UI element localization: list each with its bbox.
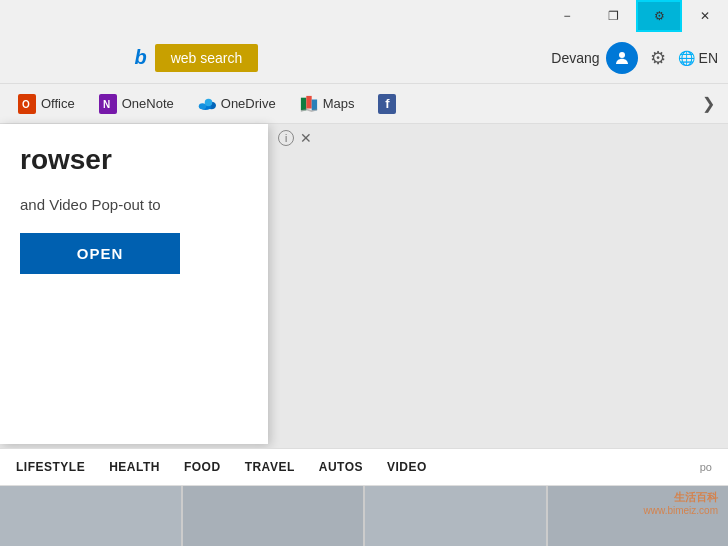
ad-close-button[interactable]: ✕ (300, 130, 312, 146)
bing-logo: b (127, 44, 155, 72)
language-label: EN (699, 50, 718, 66)
ad-bar: i ✕ (268, 124, 728, 152)
facebook-icon: f (378, 95, 396, 113)
news-item-lifestyle[interactable]: LIFESTYLE (16, 460, 85, 474)
ad-info-icon[interactable]: i (278, 130, 294, 146)
news-item-food[interactable]: FOOD (184, 460, 221, 474)
popup-panel: rowser and Video Pop-out to OPEN (0, 124, 268, 444)
svg-rect-10 (306, 95, 311, 108)
maps-icon (300, 95, 318, 113)
watermark-url: www.bimeiz.com (644, 505, 718, 516)
image-2 (183, 486, 364, 546)
main-content: i ✕ rowser and Video Pop-out to OPEN LIF… (0, 124, 728, 546)
favorites-item-maps[interactable]: Maps (290, 91, 365, 117)
svg-text:N: N (103, 99, 110, 110)
title-bar: − ❐ ⚙ ✕ (0, 0, 728, 32)
favorites-item-onedrive[interactable]: OneDrive (188, 91, 286, 117)
search-bar: b web search (127, 44, 427, 72)
news-bar: LIFESTYLE HEALTH FOOD TRAVEL AUTOS VIDEO… (0, 448, 728, 486)
news-item-travel[interactable]: TRAVEL (245, 460, 295, 474)
settings-highlight-button[interactable]: ⚙ (636, 0, 682, 32)
onedrive-label: OneDrive (221, 96, 276, 111)
news-item-video[interactable]: VIDEO (387, 460, 427, 474)
news-item-health[interactable]: HEALTH (109, 460, 160, 474)
watermark-top: 生活百科 (674, 490, 718, 505)
language-selector[interactable]: 🌐 EN (678, 50, 718, 66)
bing-logo-text: b (135, 46, 147, 69)
right-controls: Devang ⚙ 🌐 EN (551, 42, 718, 74)
svg-rect-9 (301, 97, 306, 110)
office-icon: O (18, 95, 36, 113)
close-button[interactable]: ✕ (682, 0, 728, 32)
news-item-autos[interactable]: AUTOS (319, 460, 363, 474)
onedrive-icon (198, 95, 216, 113)
user-info: Devang (551, 42, 637, 74)
svg-rect-11 (311, 99, 316, 110)
svg-point-8 (205, 98, 213, 106)
bottom-images (0, 486, 728, 546)
powered-by: po (700, 461, 712, 473)
favorites-item-office[interactable]: O Office (8, 91, 85, 117)
user-avatar[interactable] (606, 42, 638, 74)
web-search-button[interactable]: web search (155, 44, 259, 72)
popup-open-button[interactable]: OPEN (20, 233, 180, 274)
top-bar: b web search Devang ⚙ 🌐 EN (0, 32, 728, 84)
minimize-button[interactable]: − (544, 0, 590, 32)
onenote-icon: N (99, 95, 117, 113)
maximize-button[interactable]: ❐ (590, 0, 636, 32)
popup-subtitle: and Video Pop-out to (20, 196, 248, 213)
globe-icon: 🌐 (678, 50, 695, 66)
image-3 (365, 486, 546, 546)
settings-icon[interactable]: ⚙ (650, 47, 666, 69)
onenote-label: OneNote (122, 96, 174, 111)
favorites-item-facebook[interactable]: f (368, 91, 406, 117)
svg-point-0 (619, 52, 625, 58)
image-1 (0, 486, 181, 546)
office-label: Office (41, 96, 75, 111)
user-name: Devang (551, 50, 599, 66)
window-controls: − ❐ ⚙ ✕ (544, 0, 728, 32)
svg-text:O: O (22, 99, 30, 110)
popup-title: rowser (20, 144, 248, 176)
maps-label: Maps (323, 96, 355, 111)
svg-point-7 (199, 103, 207, 109)
favorites-bar: O Office N OneNote OneDriv (0, 84, 728, 124)
watermark: 生活百科 www.bimeiz.com (644, 490, 718, 516)
more-favorites-button[interactable]: ❯ (696, 92, 720, 116)
favorites-item-onenote[interactable]: N OneNote (89, 91, 184, 117)
